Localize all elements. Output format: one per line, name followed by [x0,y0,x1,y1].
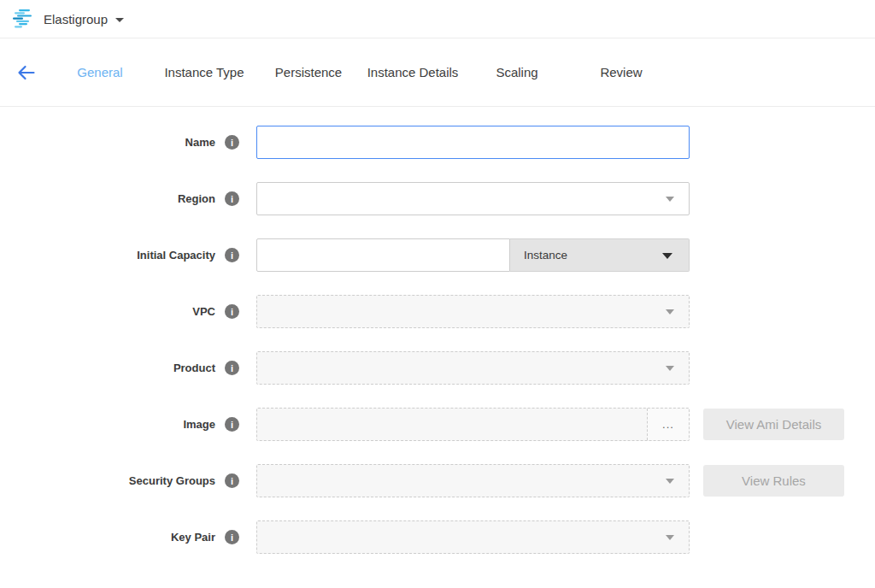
form-row-key-pair: Key Pair i [0,520,875,554]
form-row-image: Image i ... View Ami Details [0,408,875,441]
key-pair-label: Key Pair [0,531,215,544]
name-label: Name [0,136,215,149]
region-info-icon[interactable]: i [225,191,239,206]
chevron-down-icon [666,197,674,202]
vpc-label: VPC [0,305,215,318]
form-row-name: Name i [0,126,875,159]
arrow-left-icon [17,65,36,80]
general-settings-form: Name i Region i Initial Capacity i Insta… [0,107,875,554]
form-row-region: Region i [0,182,875,215]
security-groups-select[interactable] [256,464,690,497]
tab-scaling[interactable]: Scaling [465,65,569,79]
form-row-vpc: VPC i [0,295,875,328]
image-browse-button[interactable]: ... [647,409,689,440]
tab-review[interactable]: Review [569,65,673,79]
wizard-tabs: General Instance Type Persistence Instan… [48,65,673,79]
key-pair-info-icon[interactable]: i [225,530,239,544]
wizard-tabbar: General Instance Type Persistence Instan… [0,38,875,107]
ellipsis-icon: ... [662,418,674,431]
back-button[interactable] [17,63,36,82]
vpc-select[interactable] [256,295,690,328]
image-label: Image [0,418,215,431]
elastigroup-logo-icon [12,9,34,29]
name-info-icon[interactable]: i [225,135,239,150]
image-input[interactable]: ... [256,408,690,441]
form-row-initial-capacity: Initial Capacity i Instance [0,238,875,272]
region-label: Region [0,192,215,205]
name-input[interactable] [256,126,690,159]
chevron-down-icon [666,479,674,484]
chevron-down-icon [666,366,674,371]
app-switcher-chevron-down-icon[interactable] [115,18,124,22]
form-row-product: Product i [0,351,875,385]
app-title: Elastigroup [44,12,108,26]
image-info-icon[interactable]: i [225,417,239,432]
view-rules-button[interactable]: View Rules [703,465,844,497]
app-header: Elastigroup [0,0,875,38]
capacity-unit-select[interactable]: Instance [510,238,690,272]
tab-general[interactable]: General [48,65,152,79]
tab-persistence[interactable]: Persistence [256,65,361,79]
initial-capacity-label: Initial Capacity [0,249,215,262]
image-input-value [257,409,647,440]
initial-capacity-info-icon[interactable]: i [225,248,239,262]
security-groups-info-icon[interactable]: i [225,473,239,488]
capacity-unit-value: Instance [524,249,567,262]
tab-instance-details[interactable]: Instance Details [361,65,465,79]
product-info-icon[interactable]: i [225,361,239,375]
product-label: Product [0,362,215,374]
chevron-down-icon [666,535,674,540]
key-pair-select[interactable] [256,520,690,554]
chevron-down-icon [662,253,672,259]
form-row-security-groups: Security Groups i View Rules [0,464,875,497]
vpc-info-icon[interactable]: i [225,304,239,319]
product-select[interactable] [256,351,690,385]
chevron-down-icon [666,309,674,315]
view-ami-details-button[interactable]: View Ami Details [703,409,844,440]
initial-capacity-input[interactable] [256,238,510,272]
region-select[interactable] [256,182,690,215]
security-groups-label: Security Groups [0,474,215,487]
tab-instance-type[interactable]: Instance Type [152,65,256,79]
